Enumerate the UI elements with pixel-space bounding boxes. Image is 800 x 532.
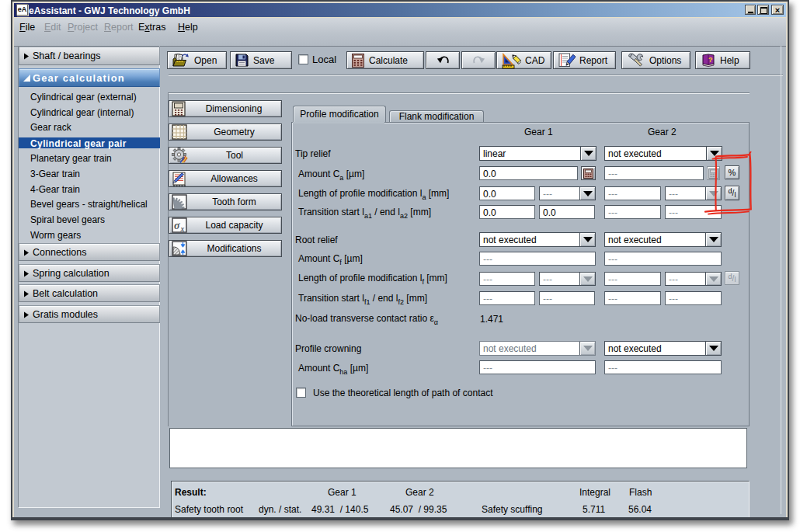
svg-text:?: ? <box>708 56 713 64</box>
svg-text:σ: σ <box>174 220 180 231</box>
svg-text:x: x <box>180 225 185 233</box>
